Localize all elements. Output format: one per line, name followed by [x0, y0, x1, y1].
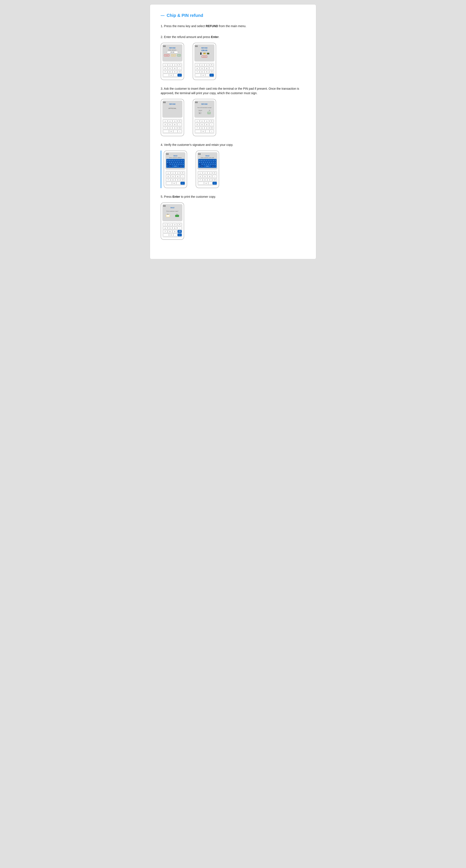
ok-btn-s2-1: Ok — [177, 54, 181, 56]
key-5e: 5 — [171, 175, 175, 178]
signal-icon-4: ▌▌▌ — [195, 102, 213, 103]
key-5: 5 — [168, 67, 172, 70]
screen-amount-s2-2: €30.00 — [195, 49, 213, 52]
key-8e: 8 — [171, 178, 175, 181]
alpha-a: A — [167, 161, 168, 163]
key-4e: 4 — [166, 175, 170, 178]
alpha-h: H — [176, 161, 178, 163]
key-x4: × — [209, 123, 214, 126]
key-1g: 1 — [163, 223, 167, 226]
alpha-k2: K — [212, 161, 214, 163]
alpha-w: W — [168, 159, 170, 161]
sale-title-5: SALE — [163, 207, 181, 208]
key-enter7: ○ — [177, 234, 182, 237]
step-1-text: 1. Press the menu key and select REFUND … — [161, 24, 305, 28]
key-enter5: ○ — [180, 182, 185, 185]
alpha-o: O — [181, 159, 182, 161]
key-blank6 — [198, 182, 204, 185]
alpha-r: R — [172, 159, 173, 161]
signal-icon: ▌▌▌ — [163, 45, 181, 47]
key-7: 7 — [163, 70, 167, 73]
key-9f: 9 — [208, 178, 212, 181]
alpha-space-1: SPACE — [171, 165, 179, 167]
key-back7: ⌫ — [177, 230, 182, 233]
screen-step3-1: ▌▌▌ REFUND APPROVAL — [162, 100, 182, 118]
step-5-devices: ▌▌▌ SALE Print customer copy? No Yes — [161, 203, 305, 240]
key-dot4: . — [205, 130, 209, 133]
step-3-devices: ▌▌▌ REFUND APPROVAL 123⊙ 456× 789⌫ 0.○ ▌… — [161, 99, 305, 136]
alpha-i: I — [179, 159, 180, 161]
alpha-l: L — [182, 161, 184, 163]
device-step5-1: ▌▌▌ SALE Print customer copy? No Yes — [161, 203, 184, 240]
alpha-y2: Y — [208, 159, 209, 161]
sale-title-1: SALE — [166, 155, 185, 157]
alpha-j2: J — [210, 161, 212, 163]
screen-step3-2: ▌▌▌ REFUND Tear off merchant receipt Rep… — [194, 100, 214, 118]
alpha-w2: W — [200, 159, 202, 161]
alpha-shift-2: ⇧ — [199, 163, 201, 165]
step-2-text: 2. Enter the refund amount and press Ent… — [161, 35, 305, 39]
key-0c: 0 — [169, 130, 173, 133]
screen-title-s3-2: REFUND — [195, 103, 213, 105]
key-7b: 7 — [195, 70, 199, 73]
screen-title-s3-1: REFUND — [163, 103, 181, 105]
alpha-d: D — [170, 161, 172, 163]
screen-step5-1: ▌▌▌ SALE Print customer copy? No Yes — [162, 204, 182, 221]
keyboard-s3-1: 123⊙ 456× 789⌫ 0.○ — [162, 119, 182, 134]
key-circle1: ⊙ — [177, 63, 182, 66]
screen-title-s2-2: REFUND — [195, 47, 213, 49]
key-6f: 6 — [208, 175, 212, 178]
alpha-g: G — [174, 161, 176, 163]
key-0: 0 — [169, 74, 173, 76]
key-4c: 4 — [163, 123, 167, 126]
alpha-p2: P — [215, 159, 216, 161]
key-blank7 — [163, 234, 169, 237]
step-4-text: 4. Verify the customer's signature and r… — [161, 143, 305, 147]
alpha-h2: H — [208, 161, 210, 163]
key-5c: 5 — [168, 123, 172, 126]
key-circle5: ⊙ — [180, 172, 185, 175]
key-3b: 3 — [205, 63, 209, 66]
alpha-num-2: 123 — [200, 165, 204, 167]
step-2: 2. Enter the refund amount and press Ent… — [161, 35, 305, 80]
key-5d: 5 — [200, 123, 204, 126]
step-1-bold: REFUND — [206, 24, 218, 28]
device-step3-2: ▌▌▌ REFUND Tear off merchant receipt Rep… — [193, 99, 216, 136]
keyboard-s4-1: 123⊙ 456× 789⌫ 0.○ — [165, 170, 186, 186]
alpha-num-1: 123 — [168, 165, 171, 167]
keyboard-s2-2: 123⊙ 456× 789⌫ 0.○ — [194, 63, 214, 78]
alpha-x: X — [171, 163, 173, 165]
key-x3: × — [177, 123, 182, 126]
alpha-u2: U — [209, 159, 211, 161]
key-1d: 1 — [195, 120, 199, 123]
print-copy-text: Print customer copy? — [163, 209, 181, 213]
page-title: Chip & PIN refund — [167, 13, 203, 18]
yes-btn — [175, 215, 179, 217]
alpha-v: V — [176, 163, 177, 165]
key-5b: 5 — [200, 67, 204, 70]
alpha-g2: G — [206, 161, 208, 163]
key-2: 2 — [168, 63, 172, 66]
blue-bar — [161, 151, 161, 188]
key-6d: 6 — [205, 123, 209, 126]
key-3d: 3 — [205, 120, 209, 123]
card-icon-2: 💳 — [203, 52, 206, 55]
no-yes-row: No Yes — [163, 214, 181, 217]
reprint-label: Reprint — [199, 110, 202, 111]
key-dot3: . — [173, 130, 177, 133]
step-5-bold: Enter — [172, 195, 180, 198]
step-5-text: 5. Press Enter to print the customer cop… — [161, 194, 305, 199]
alpha-del-1: ⌫ — [179, 165, 182, 167]
key-8b: 8 — [200, 70, 204, 73]
alpha-shift-1: ⇧ — [167, 163, 169, 165]
key-blank1 — [163, 74, 169, 76]
key-6e: 6 — [176, 175, 180, 178]
alpha-o2: O — [213, 159, 214, 161]
device-step4-1: ▌▌▌ SALE Enter customer address QWERTYUI… — [164, 151, 187, 188]
reprint-btn: ▣ — [198, 112, 201, 114]
keyboard-s5-1: 123⊙ 456× 789⌫ 0.○ — [162, 222, 182, 238]
alpha-v2: V — [208, 163, 209, 165]
device-step4-2: ▌▌▌ SALE Enter customer post code QWERTY… — [196, 151, 219, 188]
step-4-devices: ▌▌▌ SALE Enter customer address QWERTYUI… — [164, 151, 305, 188]
key-1f: 1 — [198, 172, 202, 175]
